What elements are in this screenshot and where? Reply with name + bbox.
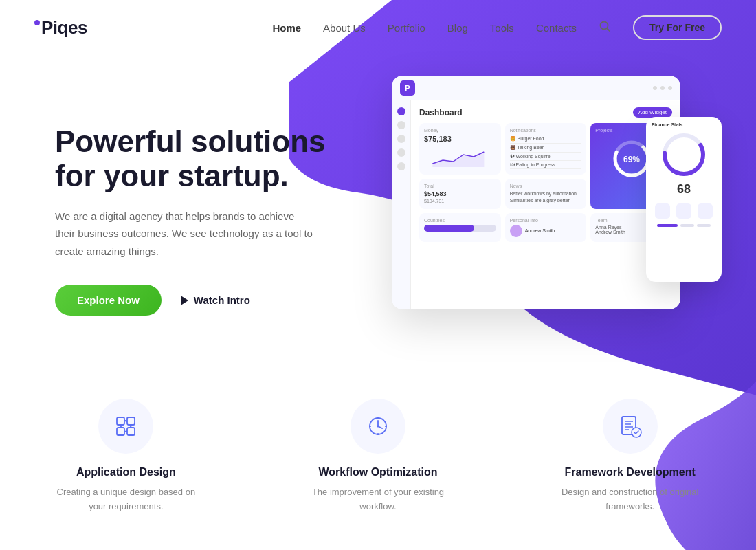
money-widget: Money $75,183 bbox=[419, 123, 501, 175]
mobile-icon-3 bbox=[698, 204, 713, 219]
dash-dot-3 bbox=[668, 86, 672, 90]
stats-widget-1: Total $54,583 $104,731 bbox=[419, 179, 501, 209]
features-section: Application Design Creating a unique des… bbox=[0, 385, 756, 550]
mobile-value: 68 bbox=[652, 182, 716, 197]
notif-title: Notifications bbox=[510, 128, 582, 133]
sidebar-item-2 bbox=[397, 121, 405, 129]
nav-blog[interactable]: Blog bbox=[447, 22, 468, 34]
sidebar-item-3 bbox=[397, 135, 405, 143]
framework-desc: Design and construction of original fram… bbox=[555, 485, 706, 514]
dash-main-content: Dashboard Add Widget Money $75,183 bbox=[411, 100, 680, 309]
mobile-gauge-chart bbox=[660, 131, 708, 179]
dash-section-title: Dashboard bbox=[419, 108, 463, 118]
hero-description: We are a digital agency that helps brand… bbox=[55, 208, 316, 261]
hero-text-block: Powerful solutions for your startup. We … bbox=[0, 124, 330, 316]
app-design-title: Application Design bbox=[76, 466, 176, 478]
app-design-icon-circle bbox=[98, 399, 153, 454]
dash-dot-2 bbox=[660, 86, 665, 90]
mobile-icon-1 bbox=[655, 204, 670, 219]
try-free-button[interactable]: Try For Free bbox=[633, 15, 722, 40]
nav-about[interactable]: About Us bbox=[323, 22, 366, 34]
app-design-desc: Creating a unique design based on your r… bbox=[50, 485, 201, 514]
svg-rect-9 bbox=[117, 428, 124, 435]
mobile-icons-row bbox=[652, 204, 716, 219]
mobile-card: Finance Stats 68 bbox=[646, 117, 722, 282]
stats-title-2: News bbox=[510, 184, 582, 188]
dash-dot-1 bbox=[653, 86, 657, 90]
notif-4: 🍽 Eating in Progress bbox=[510, 161, 582, 169]
feature-workflow: Workflow Optimization The improvement of… bbox=[252, 399, 504, 514]
dash-add-btn[interactable]: Add Widget bbox=[633, 107, 672, 118]
countries-widget: Countries bbox=[419, 213, 501, 242]
svg-text:69%: 69% bbox=[623, 155, 640, 164]
search-icon[interactable] bbox=[599, 20, 611, 36]
watch-intro-link[interactable]: Watch Intro bbox=[181, 294, 250, 306]
stats-widget-2: News Better workflows by automation. Sim… bbox=[505, 179, 587, 209]
logo[interactable]: Piqes bbox=[34, 17, 87, 38]
sidebar-item-5 bbox=[397, 162, 405, 170]
money-value: $75,183 bbox=[424, 135, 496, 143]
svg-point-0 bbox=[601, 21, 608, 29]
brand-name: Piqes bbox=[41, 17, 87, 38]
feature-framework: Framework Development Design and constru… bbox=[504, 399, 756, 514]
nav-tools[interactable]: Tools bbox=[490, 22, 514, 34]
team-row: Countries Personal Info Andrew Smith bbox=[419, 213, 672, 242]
personal-title: Personal Info bbox=[510, 218, 582, 223]
svg-line-1 bbox=[608, 28, 610, 31]
notif-3: 🐿 Working Squirrel bbox=[510, 153, 582, 161]
svg-rect-7 bbox=[117, 417, 124, 425]
code-file-icon bbox=[617, 413, 643, 439]
hero-title: Powerful solutions for your startup. bbox=[55, 124, 330, 194]
countries-title: Countries bbox=[424, 218, 496, 223]
framework-title: Framework Development bbox=[565, 466, 696, 478]
dash-body: Dashboard Add Widget Money $75,183 bbox=[392, 100, 680, 309]
workflow-desc: The improvement of your existing workflo… bbox=[302, 485, 454, 514]
mobile-header: Finance Stats bbox=[652, 122, 716, 127]
framework-icon-circle bbox=[603, 399, 658, 454]
mobile-icon-2 bbox=[676, 204, 691, 219]
workflow-icon-circle bbox=[351, 399, 405, 454]
dash-dots bbox=[653, 86, 672, 90]
sidebar-item-1 bbox=[397, 107, 405, 116]
header: Piqes Home About Us Portfolio Blog Tools… bbox=[0, 0, 756, 55]
stats-value-1: $54,583 bbox=[424, 190, 496, 197]
nav-contacts[interactable]: Contacts bbox=[536, 22, 577, 34]
play-icon bbox=[181, 296, 188, 305]
mobile-bottom-row bbox=[652, 224, 716, 227]
notif-1: 🍔 Burger Food bbox=[510, 135, 582, 144]
main-nav: Home About Us Portfolio Blog Tools Conta… bbox=[272, 15, 722, 40]
mockup-container: P Dashboard Add Widget bbox=[392, 62, 722, 337]
puzzle-icon bbox=[113, 413, 139, 439]
money-chart bbox=[424, 146, 496, 167]
personal-info-widget: Personal Info Andrew Smith bbox=[505, 213, 587, 242]
dash-logo: P bbox=[400, 80, 415, 96]
clock-icon bbox=[365, 413, 391, 439]
workflow-title: Workflow Optimization bbox=[318, 466, 437, 478]
feature-app-design: Application Design Creating a unique des… bbox=[0, 399, 252, 514]
hero-actions: Explore Now Watch Intro bbox=[55, 285, 330, 316]
dashboard-card: P Dashboard Add Widget bbox=[392, 76, 680, 309]
notifications-widget: Notifications 🍔 Burger Food 🐻 Talking Be… bbox=[505, 123, 587, 175]
svg-rect-10 bbox=[127, 428, 135, 435]
notif-2: 🐻 Talking Bear bbox=[510, 144, 582, 153]
watch-intro-label: Watch Intro bbox=[194, 294, 250, 306]
money-title: Money bbox=[424, 128, 496, 133]
nav-home[interactable]: Home bbox=[272, 22, 301, 34]
svg-rect-8 bbox=[127, 417, 135, 425]
dash-grid: Money $75,183 Notifications 🍔 Burger Foo… bbox=[419, 123, 672, 209]
stats-title-1: Total bbox=[424, 184, 496, 188]
logo-dot bbox=[34, 20, 40, 25]
explore-button[interactable]: Explore Now bbox=[55, 285, 162, 316]
sidebar-item-4 bbox=[397, 148, 405, 157]
dash-title-bar: Dashboard Add Widget bbox=[419, 107, 672, 118]
nav-portfolio[interactable]: Portfolio bbox=[388, 22, 425, 34]
dash-header: P bbox=[392, 76, 680, 100]
svg-point-14 bbox=[377, 426, 379, 428]
dash-sidebar bbox=[392, 100, 411, 309]
